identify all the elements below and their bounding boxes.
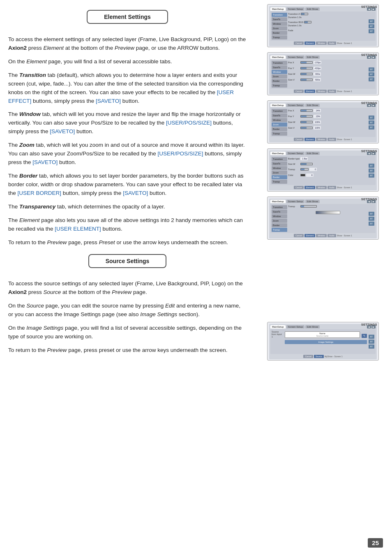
mini-rt-btn-4b[interactable]: RT: [369, 169, 374, 173]
mini-rt-btn-6b[interactable]: RT: [369, 340, 374, 344]
mini-sidebar-saveto-3[interactable]: SaveTo: [272, 113, 287, 118]
mini-sidebar-zoom-1[interactable]: Zoom: [272, 26, 287, 30]
mini-sidebar-saveто-1[interactable]: SaveTo: [272, 17, 287, 21]
mini-edit-source-btn[interactable]: ✎: [362, 334, 367, 338]
settings-label-4: SETTINGS: [361, 150, 377, 153]
mini-window-5[interactable]: Window: [316, 234, 327, 237]
mini-cancel-5[interactable]: Cancel: [294, 234, 304, 237]
mini-audio-1[interactable]: Audio: [327, 42, 336, 45]
mini-sidebar-saveto-2[interactable]: SaveTo: [272, 65, 287, 69]
mini-audio-2[interactable]: Audio: [327, 90, 336, 93]
mini-sidebar-transition-3[interactable]: Transition: [272, 109, 287, 113]
mini-sidebar-transp-1[interactable]: Transp: [272, 35, 287, 39]
right-panel: SETTINGS MainSetup Screen Setup Edit Sho…: [255, 0, 382, 555]
mini-sidebar-transp-4[interactable]: Transp: [272, 180, 287, 184]
transparency-paragraph: The Transparency tab, which determines t…: [8, 203, 247, 211]
mini-rt-btn-5b[interactable]: RT: [369, 217, 374, 221]
mini-tab-main-4[interactable]: MainSetup: [270, 152, 286, 155]
mini-audio-3[interactable]: Audio: [327, 138, 336, 141]
mini-tab-editshow-2[interactable]: Edit Show: [305, 56, 320, 59]
mini-sidebar-border-2[interactable]: Border: [272, 79, 287, 83]
source-return-paragraph: To return to the Preview page, press pre…: [8, 346, 247, 355]
mini-rt-btn-2b[interactable]: RT: [369, 72, 374, 76]
mini-sidebar-zoom-5[interactable]: Zoom: [272, 219, 287, 223]
mini-rt-btn-5a[interactable]: RT: [369, 212, 374, 216]
mini-sidebar-border-3[interactable]: Border: [272, 127, 287, 131]
mini-window-3[interactable]: Window: [316, 138, 327, 141]
mini-sidebar-zoom-4[interactable]: Zoom: [272, 171, 287, 175]
mini-cancel-2[interactable]: Cancel: [294, 90, 304, 93]
mini-sidebar-transp-5[interactable]: Transp: [272, 228, 287, 232]
mini-sidebar-transition-1[interactable]: Transition: [272, 13, 287, 17]
mini-sidebar-window-5[interactable]: Window: [272, 214, 287, 218]
mini-element-2[interactable]: Element: [304, 90, 315, 93]
mini-sidebar-window-1[interactable]: Window: [272, 22, 287, 26]
mini-cancel-4[interactable]: Cancel: [294, 186, 304, 189]
mini-rt-btn-4c[interactable]: RT: [369, 173, 374, 178]
mini-rt-btn-6a[interactable]: RT: [369, 335, 374, 339]
mini-rt-btn-6c[interactable]: RT: [369, 345, 374, 349]
mini-audio-4[interactable]: Audio: [327, 186, 336, 189]
mini-sidebar-window-4[interactable]: Window: [272, 166, 287, 170]
mini-image-settings-btn[interactable]: Image Settings: [285, 340, 367, 344]
mini-window-1[interactable]: Window: [316, 42, 327, 45]
mini-tab-main-6[interactable]: MainSetup: [270, 325, 286, 328]
mini-cancel-1[interactable]: Cancel: [294, 42, 304, 45]
mini-element-4[interactable]: Element: [304, 186, 315, 189]
mini-sidebar-saveto-5[interactable]: SaveTo: [272, 210, 287, 214]
mini-rt-btn-3b[interactable]: RT: [369, 120, 374, 125]
mini-element-5[interactable]: Element: [304, 234, 315, 237]
mini-tab-main-1[interactable]: MainSetup: [270, 7, 286, 11]
mini-tab-screen-2[interactable]: Screen Setup: [286, 56, 304, 59]
mini-sidebar-saveto-4[interactable]: SaveTo: [272, 162, 287, 166]
mini-cancel-6[interactable]: Cancel: [303, 355, 313, 358]
mini-tab-screen-3[interactable]: Screen Setup: [286, 104, 304, 107]
mini-tab-main-5[interactable]: MainSetup: [270, 200, 286, 203]
mini-tab-editshow-3[interactable]: Edit Show: [305, 104, 320, 107]
mini-tab-editshow-1[interactable]: Edit Show: [305, 7, 320, 11]
mini-rt-btn-1c[interactable]: RT: [369, 29, 374, 33]
mini-sidebar-border-4[interactable]: Border: [272, 175, 287, 179]
screenshot-source: SETTINGS MainSetup Screen Setup Edit Sho…: [267, 322, 379, 361]
source-page-paragraph: On the Source page, you can edit the sou…: [8, 302, 247, 319]
mini-tab-screen-5[interactable]: Screen Setup: [286, 200, 304, 203]
mini-sidebar-transp-3[interactable]: Transp: [272, 132, 287, 136]
mini-window-2[interactable]: Window: [316, 90, 327, 93]
mini-element-1[interactable]: Element: [304, 42, 315, 45]
mini-sidebar-transp-2[interactable]: Transp: [272, 83, 287, 88]
mini-sidebar-transition-2[interactable]: Transition: [272, 61, 287, 65]
mini-tab-editshow-4[interactable]: Edit Show: [305, 152, 320, 155]
mini-tab-editshow-6[interactable]: Edit Show: [305, 325, 320, 328]
mini-window-4[interactable]: Window: [316, 186, 327, 189]
mini-audio-5[interactable]: Audio: [327, 234, 336, 237]
mini-tab-main-3[interactable]: MainSetup: [270, 104, 286, 107]
mini-rt-btn-1b[interactable]: RT: [369, 24, 374, 28]
element-save-paragraph: The Element page also lets you save all …: [8, 216, 247, 234]
mini-rt-btn-3a[interactable]: RT: [369, 116, 374, 120]
mini-tab-screen-1[interactable]: Screen Setup: [286, 7, 304, 11]
mini-tab-main-2[interactable]: MainSetup: [270, 56, 286, 59]
mini-tab-screen-4[interactable]: Screen Setup: [286, 152, 304, 155]
mini-rt-btn-1a[interactable]: RT: [369, 19, 374, 23]
mini-cancel-3[interactable]: Cancel: [294, 138, 304, 141]
mini-sidebar-window-2[interactable]: Window: [272, 70, 287, 74]
mini-sidebar-border-1[interactable]: Border: [272, 31, 287, 35]
settings-label-3: SETTINGS: [361, 102, 377, 104]
mini-source-6[interactable]: Source: [314, 355, 324, 358]
mini-tab-screen-6[interactable]: Screen Setup: [286, 325, 304, 328]
mini-element-3[interactable]: Element: [304, 138, 315, 141]
mini-sidebar-transition-4[interactable]: Transition: [272, 157, 287, 161]
mini-rt-btn-3c[interactable]: RT: [369, 125, 374, 130]
mini-rt-btn-4a[interactable]: RT: [369, 164, 374, 168]
mini-sidebar-window-3[interactable]: Window: [272, 118, 287, 122]
mini-sidebar-zoom-2[interactable]: Zoom: [272, 74, 287, 79]
transition-paragraph: The Transition tab (default), which allo…: [8, 71, 247, 106]
mini-rt-btn-2a[interactable]: RT: [369, 67, 374, 72]
mini-rt-btn-5c[interactable]: RT: [369, 222, 374, 226]
mini-sidebar-border-5[interactable]: Border: [272, 223, 287, 227]
mini-sidebar-transition-5[interactable]: Transition: [272, 205, 287, 209]
mini-sidebar-zoom-3[interactable]: Zoom: [272, 123, 287, 127]
mini-rt-btn-2c[interactable]: RT: [369, 77, 374, 81]
mini-tab-editshow-5[interactable]: Edit Show: [305, 200, 320, 203]
zoom-paragraph: The Zoom tab, which will let you zoom in…: [8, 141, 247, 167]
